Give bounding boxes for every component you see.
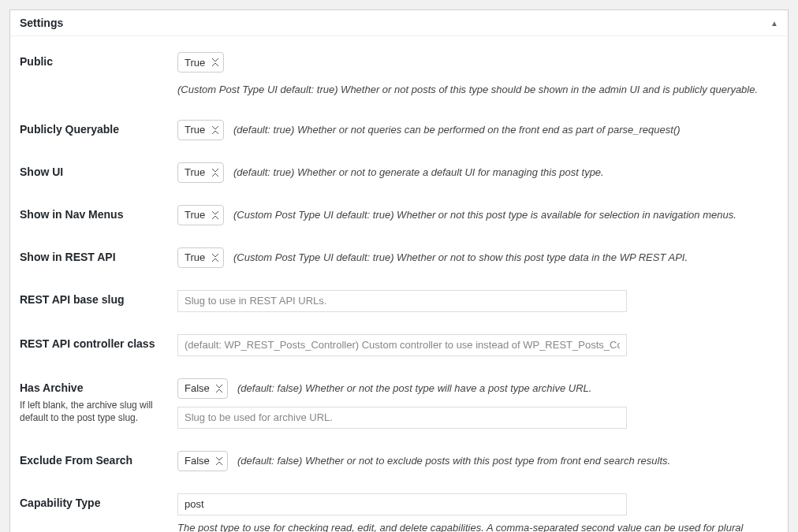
row-exclude-search: Exclude From Search False (default: fals… (20, 435, 778, 478)
label-capability: Capability Type (20, 493, 177, 509)
label-public: Public (20, 52, 177, 68)
desc-publicly-queryable: (default: true) Whether or not queries c… (233, 122, 681, 138)
row-show-ui: Show UI True (default: true) Whether or … (20, 147, 778, 189)
row-rest-controller: REST API controller class (20, 318, 778, 363)
label-show-in-nav: Show in Nav Menus (20, 205, 177, 221)
row-show-in-nav: Show in Nav Menus True (Custom Post Type… (20, 189, 778, 232)
panel-body: Public True (Custom Post Type UI default… (10, 36, 788, 532)
row-has-archive: Has Archive If left blank, the archive s… (20, 363, 778, 435)
label-rest-controller: REST API controller class (20, 334, 177, 350)
row-show-in-rest: Show in REST API True (Custom Post Type … (20, 232, 778, 274)
input-rest-controller[interactable] (177, 334, 627, 356)
label-exclude-search: Exclude From Search (20, 451, 177, 467)
desc-has-archive: (default: false) Whether or not the post… (237, 381, 591, 396)
input-rest-slug[interactable] (177, 290, 627, 312)
label-show-ui: Show UI (20, 162, 177, 178)
desc-exclude-search: (default: false) Whether or not to exclu… (237, 453, 670, 469)
label-has-archive: Has Archive (20, 381, 177, 394)
desc-show-ui: (default: true) Whether or not to genera… (233, 165, 604, 180)
desc-public: (Custom Post Type UI default: true) Whet… (177, 82, 758, 98)
row-rest-slug: REST API base slug (20, 274, 778, 318)
label-rest-slug: REST API base slug (20, 290, 177, 306)
row-public: Public True (Custom Post Type UI default… (20, 36, 778, 104)
select-show-in-nav[interactable]: True (177, 205, 224, 225)
collapse-toggle-icon[interactable]: ▲ (770, 19, 778, 28)
select-publicly-queryable[interactable]: True (177, 120, 224, 140)
panel-title: Settings (20, 17, 63, 29)
settings-panel: Settings ▲ Public True (Custom Post Type… (9, 9, 789, 532)
select-show-ui[interactable]: True (177, 162, 224, 183)
select-show-in-rest[interactable]: True (177, 247, 224, 268)
sublabel-has-archive: If left blank, the archive slug will def… (20, 399, 162, 426)
select-has-archive[interactable]: False (177, 378, 228, 399)
desc-show-in-rest: (Custom Post Type UI default: true) Whet… (233, 250, 688, 266)
select-public[interactable]: True (177, 52, 224, 73)
row-publicly-queryable: Publicly Queryable True (default: true) … (20, 104, 778, 147)
input-capability[interactable] (177, 493, 627, 515)
desc-show-in-nav: (Custom Post Type UI default: true) Whet… (233, 207, 736, 223)
input-archive-slug[interactable] (177, 407, 627, 429)
panel-header: Settings ▲ (10, 10, 788, 36)
select-exclude-search[interactable]: False (177, 451, 228, 471)
label-show-in-rest: Show in REST API (20, 247, 177, 263)
desc-capability: The post type to use for checking read, … (177, 520, 778, 533)
row-capability: Capability Type The post type to use for… (20, 478, 778, 533)
label-publicly-queryable: Publicly Queryable (20, 120, 177, 136)
